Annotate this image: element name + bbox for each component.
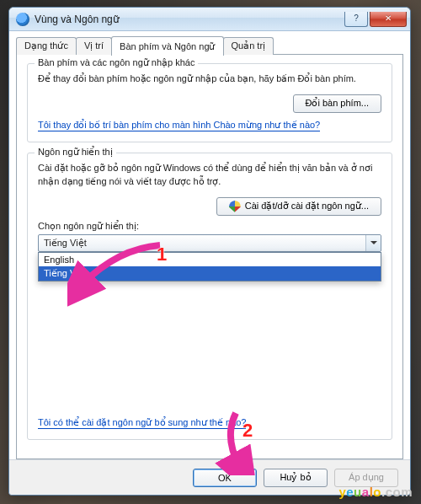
group-display-desc: Cài đặt hoặc gỡ bỏ ngôn ngữ Windows có t… <box>38 162 381 189</box>
apply-button: Áp dụng <box>334 469 398 487</box>
help-icon: ? <box>354 14 359 23</box>
cancel-button[interactable]: Huỷ bỏ <box>264 469 328 487</box>
shield-icon <box>229 201 241 212</box>
tab-body: Bàn phím và các ngôn ngữ nhập khác Để th… <box>16 54 403 459</box>
dropdown-item-english[interactable]: English <box>39 253 381 266</box>
keyboard-layout-help-link[interactable]: Tôi thay đổi bố trí bàn phím cho màn hìn… <box>38 120 320 131</box>
window-buttons: ? ✕ <box>343 12 407 27</box>
display-language-value[interactable]: Tiếng Việt <box>38 234 381 252</box>
choose-display-language-label: Chọn ngôn ngữ hiển thị: <box>38 221 381 232</box>
globe-icon <box>16 13 29 26</box>
group-keyboards-desc: Để thay đổi bàn phím hoặc ngôn ngữ nhập … <box>38 72 381 86</box>
ok-button[interactable]: OK <box>193 469 257 487</box>
tab-administrative[interactable]: Quản trị <box>223 37 274 55</box>
tab-formats[interactable]: Dạng thức <box>16 37 77 55</box>
tab-keyboards-languages[interactable]: Bàn phím và Ngôn ngữ <box>111 36 223 56</box>
close-button[interactable]: ✕ <box>370 12 407 27</box>
close-icon: ✕ <box>385 14 392 23</box>
install-additional-languages-link[interactable]: Tôi có thể cài đặt ngôn ngữ bổ sung như … <box>38 417 246 429</box>
group-display-language: Ngôn ngữ hiển thị Cài đặt hoặc gỡ bỏ ngô… <box>27 153 392 440</box>
tabstrip: Dạng thức Vị trí Bàn phím và Ngôn ngữ Qu… <box>16 36 403 55</box>
group-keyboards-title: Bàn phím và các ngôn ngữ nhập khác <box>35 57 198 68</box>
install-uninstall-label: Cài đặt/dỡ cài đặt ngôn ngữ... <box>245 201 369 212</box>
region-language-dialog: Vùng và Ngôn ngữ ? ✕ Dạng thức Vị trí Bà… <box>8 7 411 496</box>
change-keyboards-label: Đổi bàn phím... <box>306 98 369 109</box>
display-language-dropdown: English Tiếng Việt <box>38 252 381 281</box>
tab-location[interactable]: Vị trí <box>76 37 112 55</box>
help-button[interactable]: ? <box>344 12 368 27</box>
group-keyboards: Bàn phím và các ngôn ngữ nhập khác Để th… <box>27 63 392 142</box>
change-keyboards-button[interactable]: Đổi bàn phím... <box>293 94 381 113</box>
titlebar[interactable]: Vùng và Ngôn ngữ ? ✕ <box>9 8 410 31</box>
client-area: Dạng thức Vị trí Bàn phím và Ngôn ngữ Qu… <box>9 31 410 459</box>
chevron-down-icon[interactable] <box>365 235 381 251</box>
window-title: Vùng và Ngôn ngữ <box>35 13 343 25</box>
display-language-combo[interactable]: Tiếng Việt English Tiếng Việt <box>38 234 381 252</box>
install-uninstall-languages-button[interactable]: Cài đặt/dỡ cài đặt ngôn ngữ... <box>216 197 381 216</box>
dropdown-item-tieng-viet[interactable]: Tiếng Việt <box>39 266 381 281</box>
group-display-title: Ngôn ngữ hiển thị <box>35 147 116 158</box>
dialog-button-bar: OK Huỷ bỏ Áp dụng <box>9 459 410 495</box>
